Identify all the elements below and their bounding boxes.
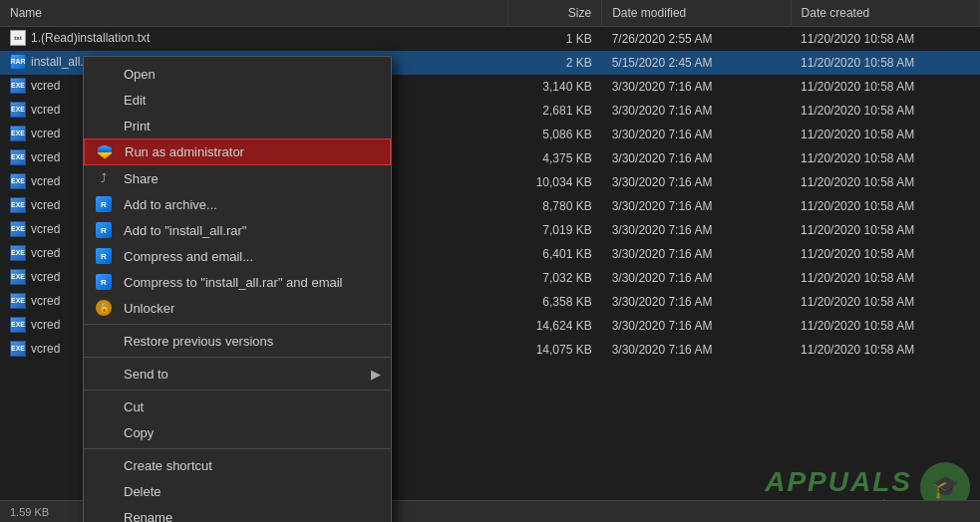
file-modified: 3/30/2020 7:16 AM (602, 290, 791, 314)
file-size: 4,375 KB (507, 146, 602, 170)
share-icon: ⤴ (94, 168, 114, 188)
file-created: 11/20/2020 10:58 AM (791, 27, 979, 51)
file-modified: 3/30/2020 7:16 AM (602, 146, 791, 170)
menu-item-label: Copy (124, 425, 154, 440)
menu-item-label: Send to (124, 367, 168, 382)
exe-icon: EXE (10, 293, 26, 309)
winrar-icon: R (94, 246, 114, 266)
menu-item-label: Compress to "install_all.rar" and email (124, 275, 342, 290)
menu-separator (84, 448, 391, 449)
exe-icon: EXE (10, 102, 26, 118)
exe-icon: EXE (10, 341, 26, 357)
file-modified: 3/30/2020 7:16 AM (602, 170, 791, 194)
context-menu-item-cut[interactable]: Cut (84, 393, 391, 419)
file-created: 11/20/2020 10:58 AM (791, 99, 979, 123)
menu-item-label: Run as administrator (125, 144, 244, 159)
file-modified: 3/30/2020 7:16 AM (602, 314, 791, 338)
exe-icon: EXE (10, 149, 26, 165)
file-created: 11/20/2020 10:58 AM (791, 314, 979, 338)
watermark-icon: 🎓 (932, 474, 959, 500)
menu-item-label: Print (124, 119, 151, 133)
context-menu-item-delete[interactable]: Delete (84, 478, 391, 504)
file-modified: 3/30/2020 7:16 AM (602, 242, 791, 266)
col-modified-header[interactable]: Date modified (602, 0, 791, 27)
col-name-header[interactable]: Name (0, 0, 507, 27)
context-menu-item-print[interactable]: Print (84, 113, 391, 138)
menu-separator (84, 357, 391, 358)
table-row[interactable]: txt1.(Read)installation.txt 1 KB 7/26/20… (0, 27, 980, 51)
context-menu-item-share[interactable]: ⤴Share (84, 165, 391, 191)
file-created: 11/20/2020 10:58 AM (791, 51, 979, 75)
menu-item-label: Share (124, 171, 159, 186)
menu-item-label: Cut (124, 399, 144, 414)
file-size: 8,780 KB (507, 194, 602, 218)
menu-separator (84, 390, 391, 391)
context-menu-item-edit[interactable]: Edit (84, 87, 391, 113)
menu-item-label: Unlocker (124, 301, 174, 316)
bottom-bar-text: 1.59 KB (10, 506, 49, 518)
submenu-arrow-icon: ▶ (371, 367, 381, 382)
context-menu-item-restore-versions[interactable]: Restore previous versions (84, 328, 391, 354)
exe-icon: EXE (10, 269, 26, 285)
file-modified: 3/30/2020 7:16 AM (602, 123, 791, 146)
file-created: 11/20/2020 10:58 AM (791, 194, 979, 218)
context-menu-item-send-to[interactable]: Send to▶ (84, 361, 391, 387)
context-menu-item-add-install-rar[interactable]: RAdd to "install_all.rar" (84, 217, 391, 243)
winrar-icon: R (94, 194, 114, 214)
winrar-icon: R (94, 272, 114, 292)
file-size: 3,140 KB (507, 75, 602, 99)
context-menu-item-run-as-admin[interactable]: Run as administrator (84, 138, 391, 165)
file-created: 11/20/2020 10:58 AM (791, 338, 979, 362)
file-modified: 5/15/2020 2:45 AM (602, 51, 791, 75)
file-created: 11/20/2020 10:58 AM (791, 170, 979, 194)
context-menu-item-copy[interactable]: Copy (84, 419, 391, 445)
file-size: 2,681 KB (507, 99, 602, 123)
file-modified: 3/30/2020 7:16 AM (602, 338, 791, 362)
menu-item-label: Open (124, 67, 156, 82)
file-modified: 3/30/2020 7:16 AM (602, 75, 791, 99)
file-modified: 3/30/2020 7:16 AM (602, 266, 791, 290)
file-name: txt1.(Read)installation.txt (0, 27, 507, 51)
file-size: 1 KB (507, 27, 602, 51)
file-size: 7,019 KB (507, 218, 602, 242)
file-size: 6,401 KB (507, 242, 602, 266)
menu-item-label: Restore previous versions (124, 334, 273, 349)
file-size: 6,358 KB (507, 290, 602, 314)
menu-item-label: Edit (124, 93, 146, 108)
context-menu-item-compress-email[interactable]: RCompress and email... (84, 243, 391, 269)
menu-item-label: Add to "install_all.rar" (124, 223, 246, 238)
col-created-header[interactable]: Date created (791, 0, 979, 27)
context-menu-item-rename[interactable]: Rename (84, 504, 391, 522)
file-size: 14,624 KB (507, 314, 602, 338)
context-menu-item-add-archive[interactable]: RAdd to archive... (84, 191, 391, 217)
watermark-brand: APPUALS (765, 466, 912, 498)
context-menu-item-open[interactable]: Open (84, 61, 391, 87)
file-size: 2 KB (507, 51, 602, 75)
context-menu-item-compress-install-email[interactable]: RCompress to "install_all.rar" and email (84, 269, 391, 295)
exe-icon: EXE (10, 221, 26, 237)
menu-item-label: Compress and email... (124, 249, 253, 264)
exe-icon: EXE (10, 317, 26, 333)
context-menu: OpenEditPrintRun as administrator⤴ShareR… (83, 56, 392, 522)
file-modified: 3/30/2020 7:16 AM (602, 99, 791, 123)
menu-item-label: Create shortcut (124, 458, 212, 473)
exe-icon: EXE (10, 126, 26, 141)
menu-item-label: Rename (124, 510, 172, 523)
file-created: 11/20/2020 10:58 AM (791, 218, 979, 242)
file-created: 11/20/2020 10:58 AM (791, 146, 979, 170)
file-created: 11/20/2020 10:58 AM (791, 290, 979, 314)
menu-item-label: Add to archive... (124, 197, 217, 212)
file-modified: 3/30/2020 7:16 AM (602, 218, 791, 242)
file-created: 11/20/2020 10:58 AM (791, 242, 979, 266)
context-menu-item-create-shortcut[interactable]: Create shortcut (84, 452, 391, 478)
file-created: 11/20/2020 10:58 AM (791, 123, 979, 146)
winrar-icon: R (94, 220, 114, 240)
exe-icon: EXE (10, 173, 26, 189)
file-size: 5,086 KB (507, 123, 602, 146)
file-created: 11/20/2020 10:58 AM (791, 75, 979, 99)
file-modified: 7/26/2020 2:55 AM (602, 27, 791, 51)
exe-icon: EXE (10, 197, 26, 213)
file-modified: 3/30/2020 7:16 AM (602, 194, 791, 218)
context-menu-item-unlocker[interactable]: 🔓Unlocker (84, 295, 391, 321)
col-size-header[interactable]: Size (507, 0, 602, 27)
